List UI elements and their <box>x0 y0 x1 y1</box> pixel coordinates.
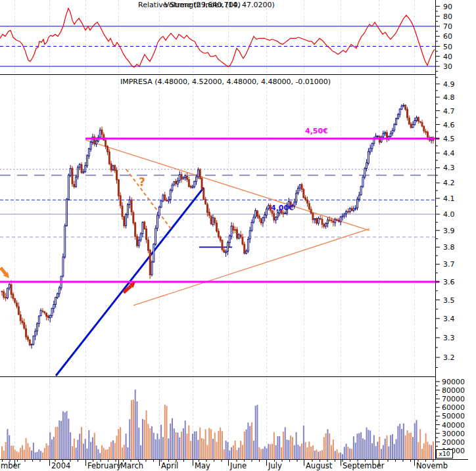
volume-axis-label: 30000 <box>442 430 465 438</box>
price-axis-label: 3.7 <box>443 260 455 269</box>
price-axis-label: 4.0 <box>443 210 455 219</box>
chart-canvas: 908070605040304.94.84.74.64.54.44.34.24.… <box>0 0 476 471</box>
x-axis-month-label: July <box>268 461 282 470</box>
rsi-axis-label: 50 <box>443 43 452 51</box>
price-axis-label: 3.8 <box>443 243 455 252</box>
price-axis-label: 3.6 <box>443 278 455 286</box>
x-axis-month-label: February <box>87 461 121 470</box>
volume-axis-label: 50000 <box>442 412 465 420</box>
chart-title: IMPRESA (4.48000, 4.52000, 4.48000, 4.48… <box>120 78 331 86</box>
rsi-plot-area[interactable] <box>0 0 435 74</box>
price-axis-label: 3.2 <box>443 353 455 362</box>
resistance-price-label: 4,50€ <box>305 127 328 135</box>
price-axis-label: 4.8 <box>443 93 455 102</box>
support-price-label: 4,00€ <box>271 204 294 212</box>
volume-indicator-title: Volume (29,640,700) <box>164 1 241 9</box>
volume-axis-label: 60000 <box>442 403 465 412</box>
rsi-axis-label: 80 <box>443 12 452 21</box>
x-axis-month-label: 2004 <box>51 461 70 470</box>
volume-axis-label: 70000 <box>442 395 465 403</box>
price-axis-label: 3.5 <box>443 296 455 305</box>
question-mark-annotation: ? <box>139 178 145 186</box>
x-axis-month-label: Novemb <box>416 461 448 470</box>
price-axis-label: 4.5 <box>443 135 455 143</box>
stock-chart-window: 908070605040304.94.84.74.64.54.44.34.24.… <box>0 0 476 471</box>
volume-axis-label: 90000 <box>442 378 465 386</box>
price-axis-label: 4.3 <box>443 164 455 172</box>
x-axis-month-label: March <box>120 461 143 470</box>
volume-plot-area[interactable] <box>0 377 435 459</box>
volume-axis-label: 80000 <box>442 386 465 395</box>
price-plot-area[interactable] <box>0 75 435 376</box>
price-axis-label: 4.7 <box>443 107 455 116</box>
price-axis-label: 4.9 <box>443 80 455 89</box>
x-axis-month-label: April <box>161 461 178 470</box>
rsi-axis-label: 60 <box>443 32 452 41</box>
x-axis-month-label: mber <box>1 461 21 470</box>
volume-axis-label: 40000 <box>442 421 465 430</box>
price-axis-label: 4.2 <box>443 179 455 187</box>
price-axis-label: 4.6 <box>443 121 455 129</box>
x-axis-month-label: August <box>306 461 333 470</box>
x-axis-month-label: May <box>195 461 210 470</box>
x-axis-month-label: September <box>343 461 385 470</box>
x-axis-month-label: June <box>229 461 247 470</box>
rsi-axis-label: 90 <box>443 3 452 11</box>
price-axis-label: 4.4 <box>443 149 455 158</box>
rsi-axis-label: 40 <box>443 53 452 61</box>
rsi-axis-label: 70 <box>443 22 452 31</box>
rsi-axis-label: 30 <box>443 62 452 71</box>
volume-axis-label: 20000 <box>442 438 465 447</box>
price-axis-label: 3.3 <box>443 334 455 342</box>
price-axis-label: 3.4 <box>443 315 455 323</box>
price-axis-label: 3.9 <box>443 227 455 235</box>
price-axis-label: 4.1 <box>443 194 455 203</box>
volume-multiplier-label: x10 <box>436 449 453 459</box>
